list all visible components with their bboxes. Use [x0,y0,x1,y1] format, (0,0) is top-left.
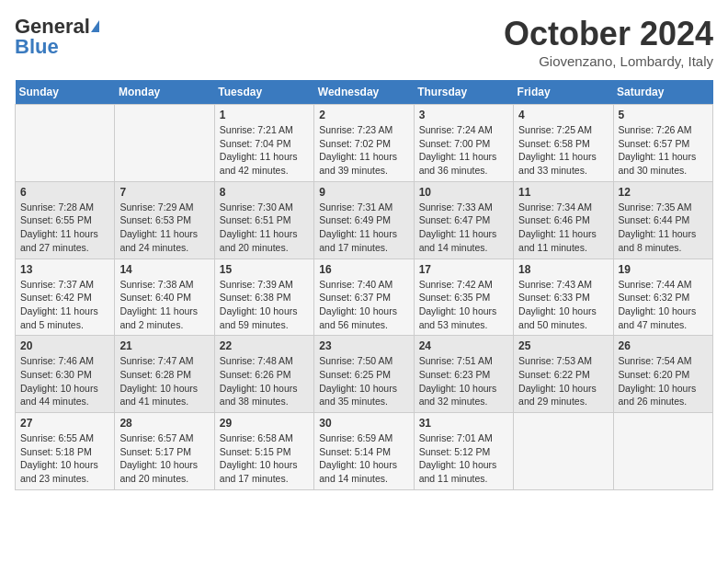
calendar-cell: 8Sunrise: 7:30 AMSunset: 6:51 PMDaylight… [214,181,313,259]
calendar-cell: 31Sunrise: 7:01 AMSunset: 5:12 PMDayligh… [414,413,513,490]
cell-content: Sunrise: 7:40 AMSunset: 6:37 PMDaylight:… [319,278,408,332]
calendar-week-1: 1Sunrise: 7:21 AMSunset: 7:04 PMDaylight… [16,105,713,182]
day-number: 29 [220,417,309,430]
calendar-cell: 4Sunrise: 7:25 AMSunset: 6:58 PMDaylight… [514,105,613,182]
cell-content: Sunrise: 7:25 AMSunset: 6:58 PMDaylight:… [518,123,608,178]
calendar-cell: 15Sunrise: 7:39 AMSunset: 6:38 PMDayligh… [214,259,313,336]
day-number: 22 [220,339,309,352]
calendar-cell [514,413,613,490]
day-number: 4 [518,109,608,121]
calendar-cell: 19Sunrise: 7:44 AMSunset: 6:32 PMDayligh… [613,259,712,336]
day-number: 5 [619,109,708,121]
cell-content: Sunrise: 7:54 AMSunset: 6:20 PMDaylight:… [619,354,708,408]
day-number: 11 [518,186,608,199]
day-number: 30 [319,417,408,430]
day-number: 1 [220,109,309,121]
cell-content: Sunrise: 7:47 AMSunset: 6:28 PMDaylight:… [119,354,209,408]
calendar-cell: 5Sunrise: 7:26 AMSunset: 6:57 PMDaylight… [613,105,712,182]
day-number: 24 [419,339,508,352]
cell-content: Sunrise: 7:21 AMSunset: 7:04 PMDaylight:… [220,123,309,178]
calendar-table: SundayMondayTuesdayWednesdayThursdayFrid… [15,80,713,490]
cell-content: Sunrise: 7:44 AMSunset: 6:32 PMDaylight:… [619,278,708,332]
cell-content: Sunrise: 7:24 AMSunset: 7:00 PMDaylight:… [419,123,508,178]
calendar-cell: 22Sunrise: 7:48 AMSunset: 6:26 PMDayligh… [214,336,313,413]
cell-content: Sunrise: 6:55 AMSunset: 5:18 PMDaylight:… [20,431,109,486]
col-header-monday: Monday [115,80,214,105]
cell-content: Sunrise: 7:42 AMSunset: 6:35 PMDaylight:… [419,278,508,332]
calendar-cell: 28Sunrise: 6:57 AMSunset: 5:17 PMDayligh… [115,413,214,490]
calendar-week-5: 27Sunrise: 6:55 AMSunset: 5:18 PMDayligh… [16,413,713,490]
calendar-cell: 26Sunrise: 7:54 AMSunset: 6:20 PMDayligh… [613,336,712,413]
title-block: October 2024 Giovenzano, Lombardy, Italy [504,15,713,69]
day-number: 17 [419,263,508,276]
calendar-cell: 7Sunrise: 7:29 AMSunset: 6:53 PMDaylight… [115,181,214,259]
calendar-week-2: 6Sunrise: 7:28 AMSunset: 6:55 PMDaylight… [16,181,713,259]
cell-content: Sunrise: 7:51 AMSunset: 6:23 PMDaylight:… [419,354,508,408]
location: Giovenzano, Lombardy, Italy [504,53,713,69]
cell-content: Sunrise: 6:57 AMSunset: 5:17 PMDaylight:… [119,431,209,486]
cell-content: Sunrise: 7:31 AMSunset: 6:49 PMDaylight:… [319,201,408,255]
col-header-saturday: Saturday [613,80,712,105]
day-number: 23 [319,339,408,352]
day-number: 31 [419,417,508,430]
cell-content: Sunrise: 7:33 AMSunset: 6:47 PMDaylight:… [419,201,508,255]
col-header-friday: Friday [514,80,613,105]
cell-content: Sunrise: 7:43 AMSunset: 6:33 PMDaylight:… [518,278,608,332]
calendar-cell: 3Sunrise: 7:24 AMSunset: 7:00 PMDaylight… [414,105,513,182]
day-number: 10 [419,186,508,199]
day-number: 15 [220,263,309,276]
calendar-cell [16,105,115,182]
cell-content: Sunrise: 6:58 AMSunset: 5:15 PMDaylight:… [220,431,309,486]
calendar-cell: 29Sunrise: 6:58 AMSunset: 5:15 PMDayligh… [214,413,313,490]
logo: General Blue [15,15,99,59]
calendar-cell: 2Sunrise: 7:23 AMSunset: 7:02 PMDaylight… [314,105,414,182]
day-number: 21 [119,339,209,352]
calendar-cell [613,413,712,490]
calendar-cell: 12Sunrise: 7:35 AMSunset: 6:44 PMDayligh… [613,181,712,259]
calendar-week-4: 20Sunrise: 7:46 AMSunset: 6:30 PMDayligh… [16,336,713,413]
col-header-thursday: Thursday [414,80,513,105]
cell-content: Sunrise: 7:35 AMSunset: 6:44 PMDaylight:… [619,201,708,255]
calendar-cell: 9Sunrise: 7:31 AMSunset: 6:49 PMDaylight… [314,181,414,259]
cell-content: Sunrise: 7:48 AMSunset: 6:26 PMDaylight:… [220,354,309,408]
calendar-cell: 16Sunrise: 7:40 AMSunset: 6:37 PMDayligh… [314,259,414,336]
day-number: 18 [518,263,608,276]
calendar-header-row: SundayMondayTuesdayWednesdayThursdayFrid… [16,80,713,105]
calendar-cell: 23Sunrise: 7:50 AMSunset: 6:25 PMDayligh… [314,336,414,413]
cell-content: Sunrise: 7:28 AMSunset: 6:55 PMDaylight:… [20,201,109,255]
day-number: 25 [518,339,608,352]
cell-content: Sunrise: 7:46 AMSunset: 6:30 PMDaylight:… [20,354,109,408]
calendar-cell: 21Sunrise: 7:47 AMSunset: 6:28 PMDayligh… [115,336,214,413]
day-number: 12 [619,186,708,199]
cell-content: Sunrise: 7:29 AMSunset: 6:53 PMDaylight:… [119,201,209,255]
calendar-cell: 10Sunrise: 7:33 AMSunset: 6:47 PMDayligh… [414,181,513,259]
cell-content: Sunrise: 7:23 AMSunset: 7:02 PMDaylight:… [319,123,408,178]
calendar-cell: 6Sunrise: 7:28 AMSunset: 6:55 PMDaylight… [16,181,115,259]
cell-content: Sunrise: 7:53 AMSunset: 6:22 PMDaylight:… [518,354,608,408]
day-number: 6 [20,186,109,199]
day-number: 28 [119,417,209,430]
calendar-cell: 11Sunrise: 7:34 AMSunset: 6:46 PMDayligh… [514,181,613,259]
logo-triangle-icon [91,20,99,32]
cell-content: Sunrise: 7:30 AMSunset: 6:51 PMDaylight:… [220,201,309,255]
col-header-wednesday: Wednesday [314,80,414,105]
cell-content: Sunrise: 6:59 AMSunset: 5:14 PMDaylight:… [319,431,408,486]
day-number: 13 [20,263,109,276]
day-number: 27 [20,417,109,430]
month-title: October 2024 [504,15,713,53]
day-number: 20 [20,339,109,352]
calendar-cell: 13Sunrise: 7:37 AMSunset: 6:42 PMDayligh… [16,259,115,336]
day-number: 3 [419,109,508,121]
logo-blue: Blue [15,35,59,59]
cell-content: Sunrise: 7:39 AMSunset: 6:38 PMDaylight:… [220,278,309,332]
day-number: 16 [319,263,408,276]
col-header-sunday: Sunday [16,80,115,105]
cell-content: Sunrise: 7:38 AMSunset: 6:40 PMDaylight:… [119,278,209,332]
calendar-cell: 14Sunrise: 7:38 AMSunset: 6:40 PMDayligh… [115,259,214,336]
day-number: 26 [619,339,708,352]
cell-content: Sunrise: 7:34 AMSunset: 6:46 PMDaylight:… [518,201,608,255]
day-number: 9 [319,186,408,199]
calendar-cell: 20Sunrise: 7:46 AMSunset: 6:30 PMDayligh… [16,336,115,413]
cell-content: Sunrise: 7:01 AMSunset: 5:12 PMDaylight:… [419,431,508,486]
calendar-week-3: 13Sunrise: 7:37 AMSunset: 6:42 PMDayligh… [16,259,713,336]
